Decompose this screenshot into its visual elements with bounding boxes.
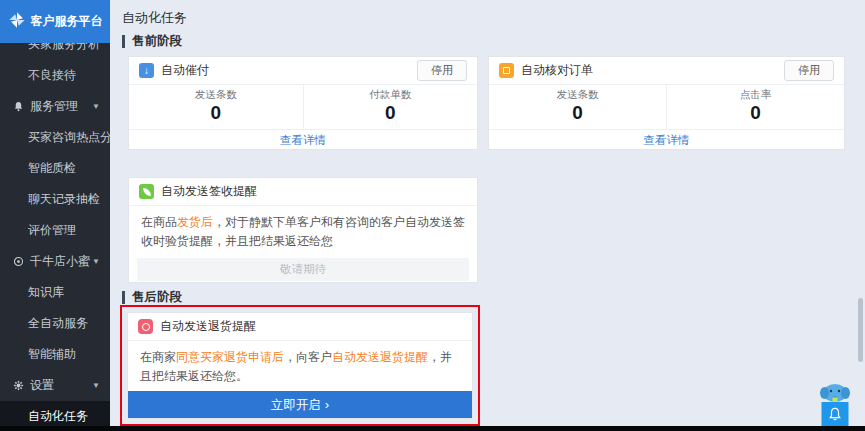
view-details-link[interactable]: 查看详情 bbox=[644, 134, 690, 146]
auto-order-check-icon bbox=[499, 63, 514, 78]
chevron-down-icon: ▼ bbox=[92, 102, 100, 111]
sidebar-item-label: 智能质检 bbox=[28, 160, 76, 177]
stat-click-rate: 点击率 0 bbox=[666, 85, 844, 129]
sidebar-item-clipped[interactable]: 买家服务分析 bbox=[0, 43, 110, 60]
stat-value: 0 bbox=[489, 103, 666, 123]
sidebar-item-label: 评价管理 bbox=[28, 222, 76, 239]
sidebar-item-smart-assist[interactable]: 智能辅助 bbox=[0, 339, 110, 370]
card-header: 自动发送退货提醒 bbox=[128, 313, 472, 341]
section-aftersale-label: 售后阶段 bbox=[132, 289, 182, 306]
sidebar-group-qianniu-xiaomi[interactable]: 千牛店小蜜 ▼ bbox=[0, 246, 110, 277]
card-description: 在商家同意买家退货申请后，向客户自动发送退货提醒，并且把结果返还给您。 bbox=[128, 341, 472, 391]
card-stats: 发送条数 0 点击率 0 bbox=[489, 85, 844, 129]
stat-paid-orders: 付款单数 0 bbox=[303, 85, 478, 129]
sidebar-item-automation-tasks[interactable]: 自动化任务 bbox=[0, 401, 110, 426]
sidebar-item-label: 智能辅助 bbox=[28, 346, 76, 363]
wheel-icon bbox=[12, 256, 24, 268]
sidebar-item-review-management[interactable]: 评价管理 bbox=[0, 215, 110, 246]
enable-now-label: 立即开启 bbox=[271, 398, 321, 412]
app-logo-icon bbox=[8, 11, 26, 33]
chevron-down-icon: ▼ bbox=[92, 381, 100, 390]
annotation-red-box: 自动发送退货提醒 在商家同意买家退货申请后，向客户自动发送退货提醒，并且把结果返… bbox=[120, 305, 480, 426]
auto-return-reminder-icon bbox=[138, 319, 153, 334]
card-stats: 发送条数 0 付款单数 0 bbox=[129, 85, 477, 129]
stat-label: 发送条数 bbox=[489, 88, 666, 102]
section-aftersale: 售后阶段 bbox=[122, 289, 182, 306]
sidebar-group-label: 千牛店小蜜 bbox=[30, 253, 90, 270]
stat-value: 0 bbox=[667, 103, 844, 123]
sidebar-nav: 买家服务分析 不良接待 服务管理 ▼ 买家咨询热点分析 智能质检 聊天记录抽检 … bbox=[0, 43, 110, 426]
page-title: 自动化任务 bbox=[122, 9, 187, 27]
section-marker bbox=[122, 35, 125, 48]
sidebar-group-settings[interactable]: 设置 ▼ bbox=[0, 370, 110, 401]
disable-button[interactable]: 停用 bbox=[417, 60, 467, 81]
card-title: 自动发送签收提醒 bbox=[161, 183, 257, 200]
sidebar-item-label: 聊天记录抽检 bbox=[28, 191, 100, 208]
card-header: 自动发送签收提醒 bbox=[129, 178, 477, 206]
card-auto-payment-reminder: ↓ 自动催付 停用 发送条数 0 付款单数 0 查看详情 bbox=[128, 56, 478, 150]
sidebar-item-label: 知识库 bbox=[28, 284, 64, 301]
desc-highlight: 同意买家退货申请后 bbox=[176, 350, 284, 364]
sidebar: 客户服务平台 买家服务分析 不良接待 服务管理 ▼ 买家咨询热点分析 智能质检 … bbox=[0, 0, 110, 426]
card-footer: 查看详情 bbox=[489, 129, 844, 148]
stat-label: 发送条数 bbox=[129, 88, 303, 102]
bell-widget[interactable] bbox=[822, 402, 849, 426]
sidebar-item-chat-log-sampling[interactable]: 聊天记录抽检 bbox=[0, 184, 110, 215]
sidebar-group-label: 设置 bbox=[30, 377, 54, 394]
card-description: 在商品发货后，对于静默下单客户和有咨询的客户自动发送签收时验货提醒，并且把结果返… bbox=[129, 206, 477, 251]
coming-soon-bar: 敬请期待 bbox=[137, 258, 469, 281]
bell-icon bbox=[12, 101, 24, 113]
card-auto-return-reminder: 自动发送退货提醒 在商家同意买家退货申请后，向客户自动发送退货提醒，并且把结果返… bbox=[127, 312, 473, 419]
section-presale: 售前阶段 bbox=[122, 33, 182, 50]
stat-send-count: 发送条数 0 bbox=[489, 85, 666, 129]
auto-receipt-reminder-icon bbox=[139, 184, 154, 199]
gear-icon bbox=[12, 380, 24, 392]
card-auto-order-check: 自动核对订单 停用 发送条数 0 点击率 0 查看详情 bbox=[488, 56, 845, 150]
sidebar-item-label: 买家服务分析 bbox=[28, 43, 100, 53]
sidebar-item-label: 不良接待 bbox=[28, 67, 76, 84]
stat-send-count: 发送条数 0 bbox=[129, 85, 303, 129]
desc-text: 在商家 bbox=[140, 350, 176, 364]
sidebar-item-buyer-hotspot-analysis[interactable]: 买家咨询热点分析 bbox=[0, 122, 110, 153]
card-header: ↓ 自动催付 停用 bbox=[129, 57, 477, 85]
section-presale-label: 售前阶段 bbox=[132, 33, 182, 50]
sidebar-group-label: 服务管理 bbox=[30, 98, 78, 115]
card-auto-receipt-reminder: 自动发送签收提醒 在商品发货后，对于静默下单客户和有咨询的客户自动发送签收时验货… bbox=[128, 177, 478, 283]
sidebar-item-label: 自动化任务 bbox=[28, 408, 88, 425]
sidebar-item-label: 买家咨询热点分析 bbox=[28, 129, 110, 146]
view-details-link[interactable]: 查看详情 bbox=[280, 134, 326, 146]
desc-text: ，向客户 bbox=[284, 350, 332, 364]
section-marker bbox=[122, 291, 125, 304]
desc-highlight: 自动发送退货提醒 bbox=[332, 350, 428, 364]
app-title: 客户服务平台 bbox=[31, 13, 103, 30]
sidebar-item-bad-reception[interactable]: 不良接待 bbox=[0, 60, 110, 91]
card-title: 自动发送退货提醒 bbox=[160, 318, 256, 335]
scrollbar[interactable] bbox=[858, 298, 863, 362]
sidebar-group-service-management[interactable]: 服务管理 ▼ bbox=[0, 91, 110, 122]
stat-value: 0 bbox=[129, 103, 303, 123]
sidebar-item-smart-quality-check[interactable]: 智能质检 bbox=[0, 153, 110, 184]
card-footer: 查看详情 bbox=[129, 129, 477, 148]
sidebar-item-label: 全自动服务 bbox=[28, 315, 88, 332]
sidebar-item-knowledge-base[interactable]: 知识库 bbox=[0, 277, 110, 308]
card-title: 自动催付 bbox=[161, 62, 209, 79]
disable-button[interactable]: 停用 bbox=[784, 60, 834, 81]
chevron-down-icon: ▼ bbox=[92, 257, 100, 266]
auto-payment-reminder-icon: ↓ bbox=[139, 63, 154, 78]
stat-label: 点击率 bbox=[667, 88, 844, 102]
stat-value: 0 bbox=[304, 103, 478, 123]
chevron-right-icon: › bbox=[325, 397, 329, 412]
desc-text: 在商品 bbox=[141, 215, 177, 229]
mascot-widget[interactable] bbox=[815, 380, 855, 426]
desc-highlight: 发货后 bbox=[177, 215, 213, 229]
sidebar-item-full-auto-service[interactable]: 全自动服务 bbox=[0, 308, 110, 339]
bottom-black-bar bbox=[0, 426, 865, 431]
stat-label: 付款单数 bbox=[304, 88, 478, 102]
card-header: 自动核对订单 停用 bbox=[489, 57, 844, 85]
card-title: 自动核对订单 bbox=[521, 62, 593, 79]
enable-now-button[interactable]: 立即开启› bbox=[128, 391, 472, 418]
app-logo: 客户服务平台 bbox=[0, 0, 110, 43]
